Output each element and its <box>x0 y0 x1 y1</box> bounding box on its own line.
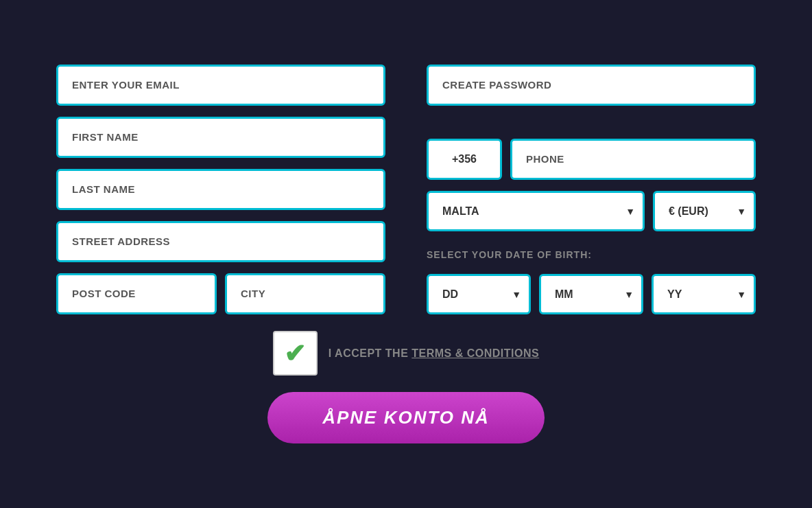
password-field-wrapper <box>427 65 756 128</box>
street-input[interactable] <box>56 221 385 262</box>
country-select[interactable]: MALTA NORWAY SWEDEN FINLAND DENMARK <box>427 191 645 231</box>
terms-row: ✔ I ACCEPT THE TERMS & CONDITIONS <box>56 331 756 376</box>
postcode-city-row <box>56 273 385 314</box>
password-input[interactable] <box>427 65 756 106</box>
dob-label: SELECT YOUR DATE OF BIRTH: <box>427 242 756 263</box>
lastname-input[interactable] <box>56 169 385 210</box>
email-input[interactable] <box>56 65 385 106</box>
checkmark-icon: ✔ <box>284 340 306 367</box>
submit-row: ÅPNE KONTO NÅ <box>56 392 756 443</box>
firstname-field-wrapper <box>56 117 385 158</box>
terms-link[interactable]: TERMS & CONDITIONS <box>411 347 539 359</box>
country-select-wrapper: MALTA NORWAY SWEDEN FINLAND DENMARK ▼ <box>427 191 645 231</box>
dob-mm-select[interactable]: MM 0102030405 0607080910 1112 <box>539 274 643 314</box>
dob-yy-select[interactable]: YY 2000199919981997 1996199519941993 199… <box>652 274 756 314</box>
submit-button[interactable]: ÅPNE KONTO NÅ <box>267 392 545 443</box>
dob-mm-wrapper: MM 0102030405 0607080910 1112 ▼ <box>539 274 643 314</box>
right-column: +356 MALTA NORWAY SWEDEN FINLAND DENMARK… <box>427 65 756 314</box>
postcode-input[interactable] <box>56 273 217 314</box>
country-currency-row: MALTA NORWAY SWEDEN FINLAND DENMARK ▼ € … <box>427 191 756 231</box>
phone-input[interactable] <box>510 139 756 180</box>
dob-dd-select[interactable]: DD 0102030405 0607080910 1112131415 1617… <box>427 274 531 314</box>
dob-selects-row: DD 0102030405 0607080910 1112131415 1617… <box>427 274 756 314</box>
city-input[interactable] <box>225 273 385 314</box>
left-column <box>56 65 385 314</box>
registration-form: +356 MALTA NORWAY SWEDEN FINLAND DENMARK… <box>29 44 783 464</box>
terms-checkbox[interactable]: ✔ <box>273 331 318 376</box>
phone-row: +356 <box>427 139 756 180</box>
phone-field-wrapper <box>510 139 756 180</box>
terms-text: I ACCEPT THE TERMS & CONDITIONS <box>329 347 539 360</box>
street-field-wrapper <box>56 221 385 262</box>
email-field-wrapper <box>56 65 385 106</box>
dob-yy-wrapper: YY 2000199919981997 1996199519941993 199… <box>652 274 756 314</box>
postcode-field-wrapper <box>56 273 217 314</box>
dob-dd-wrapper: DD 0102030405 0607080910 1112131415 1617… <box>427 274 531 314</box>
currency-select-wrapper: € (EUR) $ (USD) £ (GBP) kr (NOK) ▼ <box>653 191 756 231</box>
lastname-field-wrapper <box>56 169 385 210</box>
currency-select[interactable]: € (EUR) $ (USD) £ (GBP) kr (NOK) <box>653 191 756 231</box>
city-field-wrapper <box>225 273 385 314</box>
phone-prefix-display: +356 <box>427 139 502 180</box>
firstname-input[interactable] <box>56 117 385 158</box>
